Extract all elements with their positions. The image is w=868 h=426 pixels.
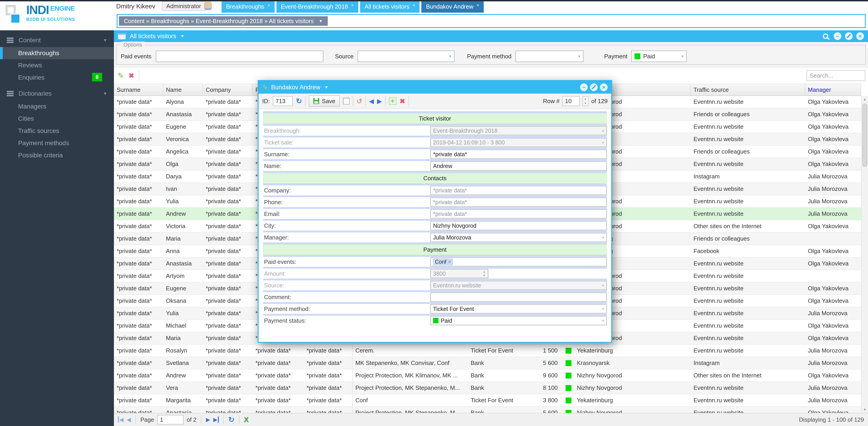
- sidebar-item-possible-criteria[interactable]: Possible criteria: [0, 149, 114, 161]
- tab-close-icon[interactable]: ×: [268, 3, 270, 13]
- add-record-icon[interactable]: +: [389, 97, 397, 105]
- chip-remove-icon[interactable]: ×: [448, 259, 451, 265]
- modal-restore-icon[interactable]: [590, 84, 598, 91]
- tab-close-icon[interactable]: ×: [476, 3, 479, 13]
- field-payment-status-select[interactable]: Paid▾: [430, 316, 607, 325]
- row-number-stepper[interactable]: ▲▼: [582, 96, 589, 106]
- column-header-traffic-source[interactable]: Traffic source: [691, 84, 805, 95]
- cell-traffic: Eventnn.ru website: [691, 344, 805, 357]
- first-page-button[interactable]: ◀: [118, 417, 123, 423]
- cell-phone: *private data*: [253, 369, 304, 382]
- search-icon[interactable]: [823, 33, 828, 39]
- chevron-down-icon[interactable]: ▼: [324, 85, 329, 90]
- tab-close-icon[interactable]: ×: [412, 3, 415, 13]
- search-input[interactable]: [807, 70, 865, 81]
- cell-manager: Olga Yakovleva: [805, 146, 861, 158]
- field-comment-input[interactable]: [430, 293, 607, 302]
- restore-icon[interactable]: [845, 32, 852, 40]
- table-row[interactable]: *private data*Svetlana*private data**pri…: [114, 357, 861, 369]
- scroll-up-icon[interactable]: ▲: [862, 96, 868, 103]
- modal-close-icon[interactable]: ×: [600, 84, 608, 91]
- scroll-down-icon[interactable]: ▼: [862, 406, 868, 413]
- field-source-select[interactable]: Eventnn.ru website▾: [430, 281, 607, 290]
- field-ticket-sale-select[interactable]: 2019-04-12 16:09:10 - 3 800▾: [430, 138, 607, 147]
- paid-swatch: [565, 360, 571, 366]
- field-surname-input[interactable]: *private data*: [430, 150, 607, 159]
- sidebar-item-managers[interactable]: Managers: [0, 100, 114, 113]
- cell-company: *private data*: [203, 295, 253, 307]
- paid-events-filter-input[interactable]: [156, 51, 323, 62]
- field-city-input[interactable]: Nizhny Novgorod: [430, 221, 607, 230]
- column-header-company[interactable]: Company: [203, 84, 253, 95]
- payment-filter-select[interactable]: Paid ▾: [631, 51, 686, 62]
- table-row[interactable]: *private data*Vera*private data**private…: [114, 382, 861, 394]
- sidebar-group-content[interactable]: Content▼: [0, 33, 114, 47]
- tab-all-tickets-visitors[interactable]: All tickets visitors×: [360, 1, 420, 13]
- revert-icon[interactable]: ↺: [356, 97, 362, 105]
- tab-breakthroughs[interactable]: Breakthroughs×: [221, 1, 275, 13]
- cell-manager: Julia Morozova: [805, 307, 861, 319]
- chevron-down-icon[interactable]: ▼: [180, 34, 184, 39]
- field-payment-method-select[interactable]: Ticket For Event▾: [430, 304, 607, 313]
- page-number-input[interactable]: [157, 415, 184, 424]
- table-row[interactable]: *private data*Rosalyn*private data**priv…: [114, 344, 861, 357]
- column-header-surname[interactable]: Surname: [114, 84, 163, 95]
- field-email-input[interactable]: *private data*: [430, 209, 607, 218]
- tab-event-breakthrough-2018[interactable]: Event-Breakthrough 2018×: [276, 1, 358, 13]
- role-select[interactable]: Administrator: [162, 1, 206, 11]
- id-input[interactable]: [273, 96, 293, 106]
- field-name-input[interactable]: Andrew: [430, 161, 607, 171]
- field-breakthrough-select[interactable]: Event-Breakthrough 2018▾: [430, 126, 607, 135]
- field-paid-events-input[interactable]: Conf×: [430, 257, 607, 266]
- export-excel-icon[interactable]: X: [244, 416, 249, 424]
- prev-record-icon[interactable]: ◀: [369, 97, 374, 105]
- field-company-input[interactable]: *private data*: [430, 186, 607, 195]
- row-number-input[interactable]: [562, 96, 580, 106]
- chevron-down-icon[interactable]: ▼: [319, 16, 323, 26]
- logout-hand-icon[interactable]: [204, 2, 212, 10]
- reload-record-icon[interactable]: ↻: [296, 97, 302, 105]
- paid-events-filter-label: Paid events: [121, 53, 151, 60]
- close-icon[interactable]: ×: [856, 32, 864, 40]
- source-filter-select[interactable]: ▾: [358, 51, 454, 62]
- scrollbar-thumb[interactable]: [862, 103, 867, 167]
- sidebar-item-enquiries[interactable]: Enquiries8: [0, 71, 114, 84]
- save-button[interactable]: Save: [309, 95, 340, 107]
- sidebar-item-breakthroughs[interactable]: Breakthroughs: [0, 47, 114, 59]
- field-phone-input[interactable]: *private data*: [430, 197, 607, 207]
- number-stepper[interactable]: ▲▼: [483, 270, 486, 277]
- sidebar-group-dictionaries[interactable]: Dictionaries▼: [0, 87, 114, 100]
- selected-item-chip[interactable]: Conf×: [433, 258, 453, 266]
- sidebar-item-payment-methods[interactable]: Payment methods: [0, 137, 114, 149]
- edit-row-icon[interactable]: ✎: [118, 71, 124, 80]
- record-modal: ✎ Bundakov Andrew ▼ − × ID: ↻ Save ↺ ◀ ▶…: [258, 80, 612, 343]
- breadcrumb[interactable]: Content » Breakthroughs » Event-Breakthr…: [119, 16, 328, 26]
- delete-row-icon[interactable]: ✖: [129, 72, 134, 80]
- table-row[interactable]: *private data*Anastasia*private data**pr…: [114, 407, 861, 413]
- payment-method-filter-select[interactable]: ▾: [516, 51, 583, 62]
- sidebar-item-traffic-sources[interactable]: Traffic sources: [0, 125, 114, 137]
- column-header-manager[interactable]: Manager: [805, 84, 861, 95]
- field-amount-input[interactable]: 3800▲▼: [430, 269, 488, 278]
- modal-minimize-icon[interactable]: −: [580, 84, 588, 91]
- sidebar-item-reviews[interactable]: Reviews: [0, 59, 114, 71]
- table-row[interactable]: *private data*Andrew*private data**priva…: [114, 369, 861, 382]
- tab-close-icon[interactable]: ×: [351, 3, 354, 13]
- tab-bundakov-andrew[interactable]: Bundakov Andrew×: [421, 1, 484, 13]
- refresh-icon[interactable]: ↻: [228, 415, 235, 424]
- vertical-scrollbar[interactable]: ▲ ▼: [861, 96, 868, 413]
- modal-title-bar[interactable]: ✎ Bundakov Andrew ▼ − ×: [258, 81, 611, 94]
- pin-checkbox[interactable]: [343, 98, 350, 104]
- sidebar-item-cities[interactable]: Cities: [0, 113, 114, 125]
- column-header-name[interactable]: Name: [163, 84, 203, 95]
- table-row[interactable]: *private data*Margarita*private data**pr…: [114, 394, 861, 407]
- next-record-icon[interactable]: ▶: [377, 97, 382, 105]
- row-separator: [263, 136, 607, 138]
- field-manager-select[interactable]: Julia Morozova▾: [430, 233, 607, 242]
- last-page-button[interactable]: ▶: [213, 417, 219, 423]
- cell-company: *private data*: [203, 245, 253, 257]
- delete-record-icon[interactable]: ✖: [400, 97, 405, 105]
- prev-page-button[interactable]: ◀: [127, 417, 131, 423]
- minimize-icon[interactable]: −: [834, 32, 841, 40]
- next-page-button[interactable]: ▶: [206, 417, 210, 423]
